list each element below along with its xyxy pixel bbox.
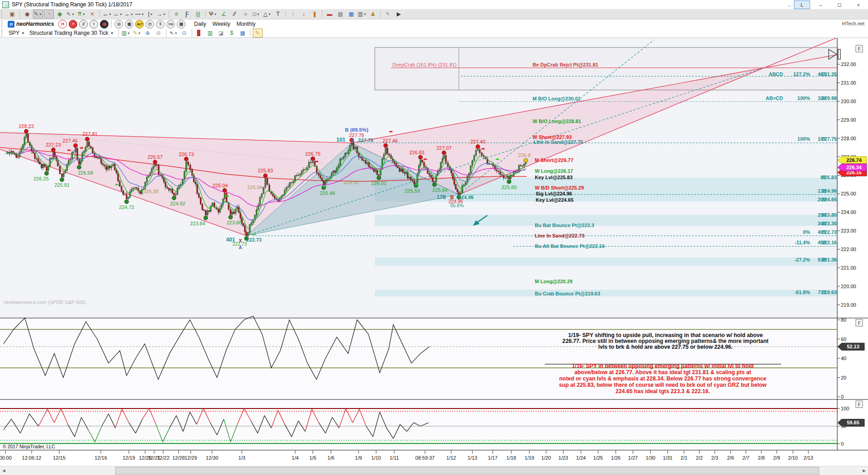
hot-marker-icon[interactable]: ❚	[310, 10, 320, 19]
parallel-lines-icon[interactable]: ⁄⁄	[230, 10, 240, 19]
equals-indicator-icon[interactable]: =	[69, 20, 77, 28]
calculator-icon[interactable]: ▤	[335, 10, 345, 19]
pivot-dot[interactable]	[507, 180, 511, 184]
arrow-line-icon[interactable]: →▼	[156, 10, 166, 19]
pivot-dot[interactable]	[24, 129, 28, 133]
search-icon[interactable]: ⊙	[179, 28, 189, 38]
ray-tool-icon[interactable]: ↔▼	[124, 10, 134, 19]
draw-pencil-icon[interactable]: ✎▼	[132, 28, 142, 38]
restore-button[interactable]: ◻	[831, 1, 848, 9]
range-selector[interactable]: Structural Trading Range 30 Tick	[29, 30, 108, 36]
toolbar-drag-handle[interactable]	[1, 10, 5, 18]
pivot-dot[interactable]	[433, 183, 437, 187]
pointer-icon[interactable]: ↖▼	[169, 28, 179, 38]
line-tool-icon[interactable]: ↔▼	[102, 10, 112, 19]
zoom-in-icon[interactable]: ⊕	[143, 28, 153, 38]
palette-icon[interactable]: ◔	[44, 10, 54, 19]
segment-tool-icon[interactable]: ↔▼	[113, 10, 123, 19]
harmonic-grid-icon[interactable]: ▦	[177, 20, 185, 28]
alt-icon[interactable]: ALT	[135, 20, 144, 28]
triangle-icon[interactable]: △▼	[262, 10, 272, 19]
volume-circle-icon[interactable]: ‖	[156, 20, 165, 28]
remove-drawing-icon[interactable]: ✕	[87, 10, 97, 19]
pivot-dot[interactable]	[442, 151, 446, 155]
back-arrow-icon[interactable]: ←	[787, 2, 792, 8]
data-table-icon[interactable]: ▦	[238, 28, 248, 38]
pen-icon[interactable]: ✎	[383, 10, 393, 19]
pivot-dot[interactable]	[85, 137, 90, 141]
risk-box-icon[interactable]: ▬	[325, 10, 335, 19]
fib-circle-icon[interactable]: FIB	[166, 20, 175, 28]
text-tool-icon[interactable]: T	[273, 10, 283, 19]
pivot-dot[interactable]	[153, 160, 157, 164]
close-button[interactable]: ×	[850, 1, 867, 9]
scroll-right-icon[interactable]: ▶	[860, 467, 868, 475]
rectangle-icon[interactable]: □▼	[251, 10, 261, 19]
pivot-dot[interactable]	[476, 145, 480, 149]
symbol-selector[interactable]: SPY	[9, 30, 19, 36]
pivot-dot[interactable]	[52, 148, 56, 152]
bars-panel-icon[interactable]: ▥	[205, 28, 215, 38]
tab-daily[interactable]: Daily	[194, 21, 206, 27]
layout-button[interactable]: L	[794, 0, 810, 9]
vertical-line-icon[interactable]: |▼	[146, 10, 156, 19]
toolbar-drag-handle[interactable]	[1, 29, 5, 37]
chart-canvas[interactable]: 228.23227.23227.46227.81226.57226.73225.…	[0, 0, 868, 475]
h-indicator-icon[interactable]: H	[58, 20, 67, 28]
clock-circle-icon[interactable]: ◴	[146, 20, 154, 28]
pivot-dot[interactable]	[311, 157, 315, 161]
gann-fan-icon[interactable]: ∠	[219, 10, 229, 19]
bars-style-icon[interactable]: ▥▼	[357, 10, 367, 19]
grid-circle-icon[interactable]: ▦	[125, 20, 133, 28]
chevron-down-icon[interactable]: ▼	[21, 31, 25, 35]
zoom-out-icon[interactable]: ⊖	[154, 28, 164, 38]
visibility-icon[interactable]: ◉	[22, 10, 32, 19]
toolbar-drag-handle[interactable]	[1, 20, 5, 28]
snapshot-circle-icon[interactable]: ◉	[100, 20, 108, 28]
chart-style-icon[interactable]: ▥▼	[121, 28, 131, 38]
pivot-dot[interactable]	[172, 196, 176, 200]
pivot-dot[interactable]	[264, 174, 268, 178]
chevron-down-icon[interactable]: ▼	[110, 31, 114, 35]
pivot-dot[interactable]	[77, 165, 81, 169]
pitchfork-icon[interactable]: Ψ▼	[208, 10, 218, 19]
grid-view-icon[interactable]: ▦	[346, 10, 356, 19]
horizontal-scrollbar[interactable]: ◀ ▶	[0, 466, 868, 475]
tab-weekly[interactable]: Weekly	[212, 21, 230, 27]
trader-icon[interactable]: ♟	[368, 10, 378, 19]
arrow-down-icon[interactable]: ↓	[299, 10, 309, 19]
fib-retracement-icon[interactable]: ≡	[171, 10, 181, 19]
show-markers-icon[interactable]: ◉	[55, 10, 65, 19]
alert-indicator-icon[interactable]: !	[90, 20, 98, 28]
indicator-panel-icon[interactable]: ▊	[194, 28, 204, 38]
magnet-icon[interactable]: ◎	[114, 20, 123, 28]
pivot-dot[interactable]	[74, 143, 78, 147]
pivot-dot[interactable]	[125, 200, 129, 204]
active-pencil-icon[interactable]: ✎	[253, 28, 263, 38]
cursor-icon[interactable]: ↖▼	[66, 10, 75, 19]
pivot-dot[interactable]	[60, 178, 64, 182]
horizontal-line-icon[interactable]: —▼	[135, 10, 145, 19]
pivot-dot[interactable]	[419, 155, 423, 159]
fib-time-icon[interactable]: |||	[193, 10, 203, 19]
htech-link[interactable]: HTech.net	[842, 21, 864, 26]
dollar-icon[interactable]: $	[227, 28, 237, 38]
pivot-dot[interactable]	[377, 176, 381, 180]
scrollbar-thumb[interactable]	[115, 467, 819, 475]
pivot-dot[interactable]	[204, 216, 208, 220]
trend-marks-icon[interactable]: ⇈▼	[76, 10, 86, 19]
snapshot-icon[interactable]: ▣	[7, 10, 17, 19]
pivot-dot[interactable]	[384, 143, 388, 147]
brush-icon[interactable]: ✎▼	[33, 10, 43, 19]
pivot-dot[interactable]	[184, 157, 189, 161]
play-icon[interactable]: ▶	[394, 10, 404, 19]
oscillator2-panel[interactable]	[0, 399, 837, 450]
pivot-dot[interactable]	[229, 215, 233, 219]
z-indicator-icon[interactable]: Z	[79, 20, 88, 28]
pivot-dot[interactable]	[524, 158, 528, 162]
ellipse-icon[interactable]: ○	[241, 10, 250, 19]
arrow-up-icon[interactable]: ↑	[288, 10, 298, 19]
area-chart-icon[interactable]: ◪	[216, 28, 226, 38]
pivot-dot[interactable]	[45, 171, 49, 176]
scroll-left-icon[interactable]: ◀	[0, 467, 8, 475]
